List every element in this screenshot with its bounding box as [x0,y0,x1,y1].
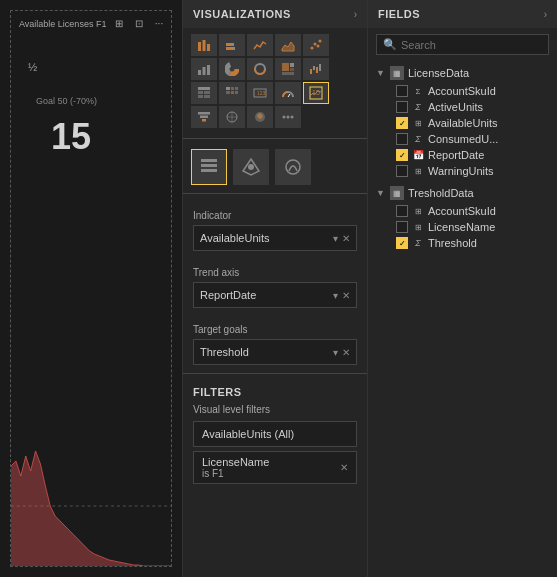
more-icon[interactable]: ··· [151,15,167,31]
license-account-sku-checkbox[interactable] [396,85,408,97]
target-goals-dropdown-icon[interactable]: ▾ [333,347,338,358]
map-icon[interactable] [219,106,245,128]
threshold-threshold-item[interactable]: Σ Threshold [368,235,557,251]
filter-available-units[interactable]: AvailableUnits (All) [193,421,357,447]
trend-axis-input-icons: ▾ ✕ [333,290,350,301]
edit-icon[interactable]: ⊡ [131,15,147,31]
table-icon[interactable] [191,82,217,104]
license-report-date-checkbox[interactable] [396,149,408,161]
indicator-dropdown-icon[interactable]: ▾ [333,233,338,244]
viz-arrow: › [354,9,357,20]
target-goals-input[interactable]: Threshold ▾ ✕ [193,339,357,365]
threshold-account-sku-checkbox[interactable] [396,205,408,217]
license-consumed-item[interactable]: Σ ConsumedU... [368,131,557,147]
license-account-sku-item[interactable]: Σ AccountSkuId [368,83,557,99]
license-available-units-item[interactable]: ⊞ AvailableUnits [368,115,557,131]
filled-map-icon[interactable] [247,106,273,128]
svg-rect-5 [231,43,234,46]
more-visuals-icon[interactable] [275,106,301,128]
funnel-icon[interactable] [191,106,217,128]
svg-rect-4 [226,43,231,46]
analytics-tab-icon[interactable] [275,149,311,185]
threshold-data-header[interactable]: ▼ ▦ TresholdData [368,183,557,203]
license-warning-units-checkbox[interactable] [396,165,408,177]
area-chart-icon[interactable] [275,34,301,56]
column-chart-icon[interactable] [191,58,217,80]
license-warning-units-item[interactable]: ⊞ WarningUnits [368,163,557,179]
filter-license-close-icon[interactable]: ✕ [340,462,348,473]
fields-tab-icon[interactable] [191,149,227,185]
svg-rect-1 [198,42,201,51]
indicator-label: Indicator [193,204,357,221]
fields-header: FIELDS › [368,0,557,28]
viz-panel-title: VISUALIZATIONS [193,8,291,20]
bar-chart-icon[interactable] [191,34,217,56]
line-chart-icon[interactable] [247,34,273,56]
search-icon: 🔍 [383,38,397,51]
threshold-license-name-name: LicenseName [428,221,495,233]
license-consumed-checkbox[interactable] [396,133,408,145]
threshold-license-name-item[interactable]: ⊞ LicenseName [368,219,557,235]
waterfall-icon[interactable] [303,58,329,80]
chart-top-icons: ⊞ ⊡ ··· [111,15,167,31]
card-icon[interactable]: 123 [247,82,273,104]
license-data-header[interactable]: ▼ ▦ LicenseData [368,63,557,83]
target-goals-close-icon[interactable]: ✕ [342,347,350,358]
trend-axis-close-icon[interactable]: ✕ [342,290,350,301]
expand-icon[interactable]: ⊞ [111,15,127,31]
donut-icon[interactable] [247,58,273,80]
svg-rect-33 [231,87,234,90]
license-active-units-item[interactable]: Σ ActiveUnits [368,99,557,115]
svg-rect-12 [198,70,201,75]
threshold-threshold-checkbox[interactable] [396,237,408,249]
license-consumed-type-icon: Σ [412,133,424,145]
threshold-account-sku-type-icon: ⊞ [412,205,424,217]
svg-rect-34 [235,87,238,90]
viz-type-icons [183,145,367,189]
indicator-close-icon[interactable]: ✕ [342,233,350,244]
icon-row-3: 123 15 [191,82,359,104]
license-report-date-name: ReportDate [428,149,484,161]
indicator-input[interactable]: AvailableUnits ▾ ✕ [193,225,357,251]
stacked-bar-icon[interactable] [219,34,245,56]
license-available-units-name: AvailableUnits [428,117,498,129]
license-report-date-type-icon: 📅 [412,149,424,161]
license-active-units-checkbox[interactable] [396,101,408,113]
license-warning-units-type-icon: ⊞ [412,165,424,177]
svg-rect-45 [202,119,206,122]
svg-rect-23 [310,69,312,74]
svg-rect-32 [226,87,230,90]
threshold-account-sku-item[interactable]: ⊞ AccountSkuId [368,203,557,219]
kpi-icon[interactable]: 15 [303,82,329,104]
svg-point-10 [317,45,320,48]
svg-rect-3 [207,44,210,51]
license-active-units-type-icon: Σ [412,101,424,113]
format-tab-icon[interactable] [233,149,269,185]
license-available-units-checkbox[interactable] [396,117,408,129]
svg-rect-22 [282,72,294,75]
scatter-icon[interactable] [303,34,329,56]
license-data-name: LicenseData [408,67,469,79]
svg-point-52 [291,116,294,119]
license-report-date-item[interactable]: 📅 ReportDate [368,147,557,163]
fields-arrow: › [544,9,547,20]
svg-point-51 [287,116,290,119]
fields-panel: FIELDS › 🔍 ▼ ▦ LicenseData Σ AccountSkuI… [368,0,557,577]
trend-axis-dropdown-icon[interactable]: ▾ [333,290,338,301]
pie-chart-icon[interactable] [219,58,245,80]
treemap-icon[interactable] [275,58,301,80]
threshold-data-expand-icon[interactable]: ▼ [376,188,386,198]
gauge-icon[interactable] [275,82,301,104]
threshold-license-name-checkbox[interactable] [396,221,408,233]
filter-license-name[interactable]: LicenseName is F1 ✕ [193,451,357,484]
trend-axis-section: Trend axis ReportDate ▾ ✕ [183,255,367,312]
license-account-sku-name: AccountSkuId [428,85,496,97]
indicator-input-icons: ▾ ✕ [333,233,350,244]
svg-point-8 [311,47,314,50]
svg-rect-37 [235,91,238,94]
license-data-expand-icon[interactable]: ▼ [376,68,386,78]
matrix-icon[interactable] [219,82,245,104]
trend-axis-input[interactable]: ReportDate ▾ ✕ [193,282,357,308]
license-data-table-icon: ▦ [390,66,404,80]
search-input[interactable] [401,39,542,51]
